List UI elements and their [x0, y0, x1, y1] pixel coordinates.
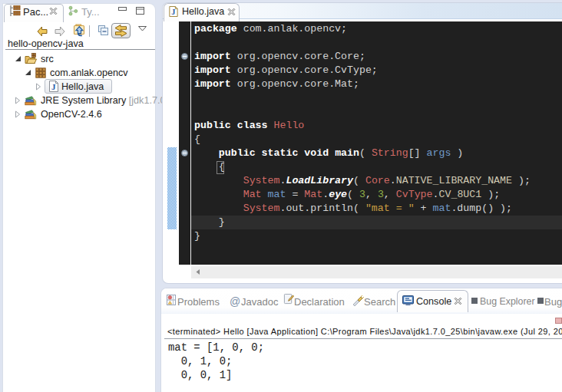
svg-text:J: J — [171, 8, 175, 16]
svg-text:J: J — [51, 82, 56, 91]
